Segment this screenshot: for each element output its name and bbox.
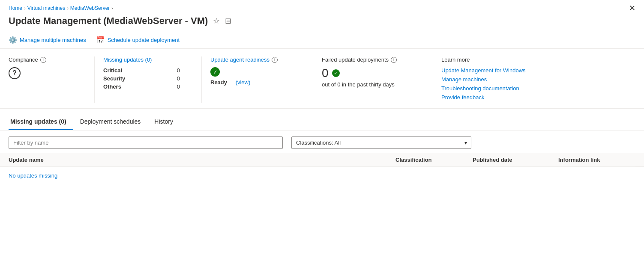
settings-icon: ⚙️: [9, 36, 17, 44]
pin-icon[interactable]: ☆: [213, 16, 220, 26]
ready-row: ✓: [210, 67, 300, 77]
empty-state-row: No updates missing: [0, 167, 644, 184]
no-updates-message[interactable]: No updates missing: [9, 172, 57, 179]
learn-link-manage[interactable]: Manage machines: [441, 76, 553, 83]
tabs-section: Missing updates (0) Deployment schedules…: [0, 109, 644, 130]
failed-deployments-block: Failed update deployments i 0 ✓ out of 0…: [313, 56, 433, 103]
compliance-question-icon: ?: [9, 67, 21, 79]
compliance-block: Compliance i ?: [9, 56, 94, 103]
learn-link-troubleshoot[interactable]: Troubleshooting documentation: [441, 85, 553, 92]
breadcrumb-server[interactable]: MediaWebServer: [70, 5, 110, 11]
stats-section: Compliance i ? Missing updates (0) Criti…: [0, 49, 644, 109]
agent-info-icon[interactable]: i: [272, 57, 278, 63]
schedule-deployment-button[interactable]: 📅 Schedule update deployment: [96, 36, 180, 44]
classification-select[interactable]: Classifications: All Critical Security U…: [291, 136, 471, 149]
failed-count-row: 0 ✓: [322, 67, 420, 79]
page-title: Update Management (MediaWebServer - VM): [9, 15, 208, 27]
failed-count: 0: [322, 67, 329, 79]
schedule-label: Schedule update deployment: [108, 37, 180, 43]
failed-check-icon: ✓: [332, 69, 340, 77]
view-link[interactable]: (view): [236, 79, 251, 86]
others-row: Others 0: [103, 83, 189, 90]
breadcrumb-home[interactable]: Home: [9, 5, 22, 11]
learn-more-block: Learn more Update Management for Windows…: [433, 56, 553, 103]
table-header: Update name Classification Published dat…: [0, 153, 644, 167]
tab-deployment-schedules[interactable]: Deployment schedules: [78, 116, 148, 130]
tab-missing-updates[interactable]: Missing updates (0): [9, 116, 73, 130]
page-header: Update Management (MediaWebServer - VM) …: [0, 14, 644, 33]
toolbar: ⚙️ Manage multiple machines 📅 Schedule u…: [0, 33, 644, 49]
manage-machines-button[interactable]: ⚙️ Manage multiple machines: [9, 36, 86, 44]
check-icon: ✓: [210, 67, 220, 77]
critical-row: Critical 0: [103, 67, 189, 74]
compliance-info-icon[interactable]: i: [40, 57, 46, 63]
close-icon[interactable]: ✕: [629, 4, 635, 12]
filters-row: Classifications: All Critical Security U…: [0, 130, 644, 153]
compliance-title: Compliance i: [9, 56, 81, 63]
tab-history[interactable]: History: [153, 116, 180, 130]
col-info-link: Information link: [558, 157, 635, 163]
learn-more-title: Learn more: [441, 56, 553, 63]
missing-updates-block: Missing updates (0) Critical 0 Security …: [94, 56, 201, 103]
agent-readiness-title: Update agent readiness i: [210, 56, 300, 63]
col-published-date: Published date: [473, 157, 558, 163]
security-row: Security 0: [103, 75, 189, 82]
top-bar: Home › Virtual machines › MediaWebServer…: [0, 0, 644, 14]
agent-readiness-block: Update agent readiness i ✓ Ready (view): [201, 56, 313, 103]
learn-link-feedback[interactable]: Provide feedback: [441, 94, 553, 101]
filter-by-name-input[interactable]: [9, 136, 283, 149]
breadcrumb-vms[interactable]: Virtual machines: [27, 5, 66, 11]
missing-updates-title: Missing updates (0): [103, 56, 189, 63]
learn-link-windows[interactable]: Update Management for Windows: [441, 67, 553, 74]
print-icon[interactable]: ⊟: [225, 16, 231, 26]
ready-label-row: Ready (view): [210, 79, 300, 86]
classification-select-wrapper: Classifications: All Critical Security U…: [291, 136, 471, 149]
col-update-name: Update name: [9, 157, 395, 163]
calendar-icon: 📅: [96, 36, 105, 44]
failed-title: Failed update deployments i: [322, 56, 420, 63]
failed-info-icon[interactable]: i: [391, 57, 397, 63]
failed-description: out of 0 in the past thirty days: [322, 81, 420, 89]
breadcrumb: Home › Virtual machines › MediaWebServer…: [9, 5, 113, 11]
col-classification: Classification: [395, 157, 473, 163]
manage-machines-label: Manage multiple machines: [20, 37, 86, 43]
